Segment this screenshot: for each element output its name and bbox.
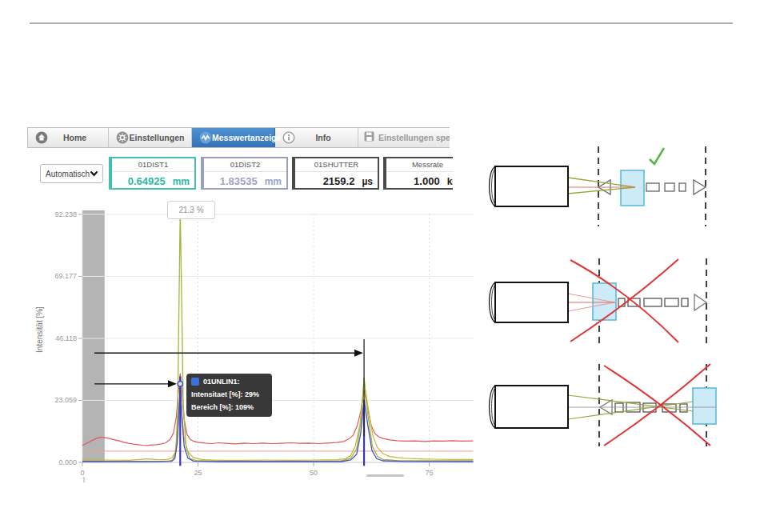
- tab-label: Info: [295, 133, 358, 142]
- svg-text:92.238: 92.238: [54, 210, 77, 218]
- page-top-divider: [30, 22, 733, 24]
- y-axis-label: Intensität [%]: [35, 270, 44, 390]
- tab-home[interactable]: Home: [28, 128, 109, 147]
- tooltip-title: 01UNLIN1:: [203, 378, 240, 386]
- display-mode-dropdown[interactable]: Automatisch: [40, 164, 103, 183]
- tooltip-intensity: Intensitaet [%]: 29%: [191, 390, 268, 398]
- sensor-illustration: [490, 386, 569, 428]
- svg-text:50: 50: [310, 469, 318, 477]
- readout-value: 0.64925: [128, 175, 166, 187]
- tab-label: Einstellungen: [129, 133, 191, 142]
- svg-text:69.177: 69.177: [54, 272, 77, 280]
- tooltip-series-swatch: [191, 378, 199, 386]
- checkmark-icon: [650, 148, 664, 164]
- peak-value-label: 21.3 %: [167, 201, 215, 219]
- target-box: [693, 388, 716, 424]
- travel-arrow: [618, 294, 706, 310]
- diagram-correct-setup: [490, 146, 706, 226]
- chart-tooltip: 01UNLIN1: Intensitaet [%]: 29% Bereich […: [186, 374, 272, 417]
- readout-01dist2[interactable]: 01DIST2 1.83535mm: [201, 157, 288, 190]
- readout-unit: mm: [173, 176, 190, 187]
- info-icon: [282, 131, 295, 144]
- readout-label: 01DIST1: [112, 158, 194, 172]
- sensor-position-diagrams: [476, 142, 744, 478]
- tab-label: Home: [48, 133, 108, 142]
- diagram-too-far: [490, 364, 717, 446]
- display-mode-value: Automatisch: [46, 170, 90, 178]
- save-settings-label: Einstellungen speich: [378, 133, 450, 142]
- readout-messrate[interactable]: Messrate 1.000kHz: [383, 157, 453, 190]
- svg-text:25: 25: [194, 469, 202, 477]
- readout-value: 1.000: [414, 175, 440, 187]
- wave-icon: [199, 131, 212, 144]
- readout-unit: mm: [265, 176, 282, 187]
- svg-text:23.059: 23.059: [54, 396, 77, 404]
- signal-chart-svg: 0.00023.05946.11869.17792.2380255075: [40, 196, 476, 488]
- sensor-illustration: [490, 282, 569, 322]
- chevron-down-icon: [90, 170, 98, 178]
- readout-label: 01SHUTTER: [295, 158, 378, 172]
- readout-messrate-clip: Messrate 1.000kHz: [383, 157, 453, 190]
- readout-01dist1[interactable]: 01DIST1 0.64925mm: [109, 157, 196, 190]
- readout-value: 2159.2: [323, 175, 355, 187]
- tab-messwertanzeige[interactable]: Messwertanzeige: [192, 128, 275, 147]
- save-settings-button[interactable]: Einstellungen speich: [358, 128, 450, 147]
- home-icon: [35, 131, 48, 144]
- chart-plot[interactable]: 0.00023.05946.11869.17792.2380255075: [40, 196, 476, 488]
- readout-01shutter[interactable]: 01SHUTTER 2159.2µs: [292, 157, 379, 190]
- save-icon: [364, 130, 374, 145]
- svg-text:0.000: 0.000: [58, 458, 77, 466]
- readout-unit: kHz: [447, 176, 453, 187]
- tab-info[interactable]: Info: [275, 128, 358, 147]
- chart-scrollbar[interactable]: [366, 474, 404, 477]
- diagram-too-close: [490, 258, 707, 344]
- tooltip-range: Bereich [%]: 109%: [191, 403, 268, 411]
- sensor-illustration: [490, 166, 569, 206]
- gear-icon: [116, 131, 129, 144]
- tab-einstellungen[interactable]: Einstellungen: [109, 128, 192, 147]
- navbar: Home Einstellungen Messwertanzeige: [27, 127, 450, 148]
- readout-value: 1.83535: [220, 175, 258, 187]
- readout-unit: µs: [362, 176, 373, 187]
- readout-label: 01DIST2: [204, 158, 286, 172]
- chart-scrollbar-stub: [83, 477, 85, 482]
- svg-text:0: 0: [80, 469, 84, 477]
- svg-text:46.118: 46.118: [55, 334, 77, 342]
- readout-label: Messrate: [386, 158, 453, 172]
- svg-text:75: 75: [426, 469, 434, 477]
